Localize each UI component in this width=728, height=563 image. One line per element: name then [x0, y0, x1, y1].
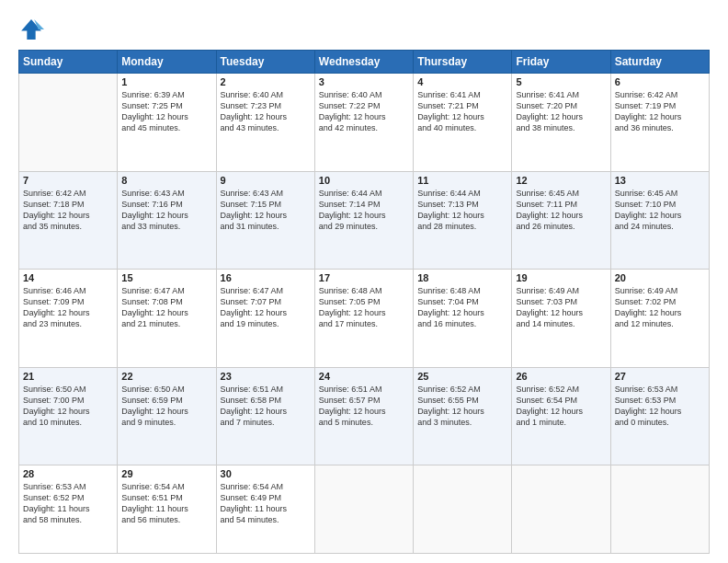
day-number: 21	[23, 371, 113, 382]
calendar-cell: 3Sunrise: 6:40 AM Sunset: 7:22 PM Daylig…	[314, 74, 413, 172]
cell-info: Sunrise: 6:46 AM Sunset: 7:09 PM Dayligh…	[23, 285, 113, 330]
cell-info: Sunrise: 6:40 AM Sunset: 7:22 PM Dayligh…	[319, 89, 409, 134]
weekday-header-monday: Monday	[118, 51, 216, 74]
calendar-cell: 15Sunrise: 6:47 AM Sunset: 7:08 PM Dayli…	[118, 270, 216, 368]
page: SundayMondayTuesdayWednesdayThursdayFrid…	[0, 0, 728, 563]
calendar-cell: 21Sunrise: 6:50 AM Sunset: 7:00 PM Dayli…	[19, 367, 118, 465]
calendar-cell: 8Sunrise: 6:43 AM Sunset: 7:16 PM Daylig…	[118, 171, 216, 270]
cell-info: Sunrise: 6:47 AM Sunset: 7:07 PM Dayligh…	[221, 285, 311, 330]
calendar-cell: 5Sunrise: 6:41 AM Sunset: 7:20 PM Daylig…	[512, 74, 610, 172]
calendar-cell: 26Sunrise: 6:52 AM Sunset: 6:54 PM Dayli…	[512, 367, 610, 465]
header	[18, 17, 710, 42]
calendar-cell: 7Sunrise: 6:42 AM Sunset: 7:18 PM Daylig…	[19, 171, 118, 270]
day-number: 30	[221, 468, 311, 479]
cell-info: Sunrise: 6:39 AM Sunset: 7:25 PM Dayligh…	[121, 89, 211, 134]
calendar-cell: 9Sunrise: 6:43 AM Sunset: 7:15 PM Daylig…	[216, 171, 314, 270]
day-number: 23	[221, 371, 311, 382]
cell-info: Sunrise: 6:42 AM Sunset: 7:19 PM Dayligh…	[615, 89, 705, 134]
calendar-cell: 24Sunrise: 6:51 AM Sunset: 6:57 PM Dayli…	[314, 367, 413, 465]
calendar-cell: 1Sunrise: 6:39 AM Sunset: 7:25 PM Daylig…	[118, 74, 216, 172]
day-number: 22	[121, 371, 211, 382]
calendar-cell: 30Sunrise: 6:54 AM Sunset: 6:49 PM Dayli…	[216, 465, 314, 554]
day-number: 24	[319, 371, 409, 382]
day-number: 16	[221, 272, 311, 283]
day-number: 1	[121, 76, 211, 87]
cell-info: Sunrise: 6:54 AM Sunset: 6:49 PM Dayligh…	[221, 481, 311, 526]
calendar-table: SundayMondayTuesdayWednesdayThursdayFrid…	[18, 50, 710, 554]
cell-info: Sunrise: 6:49 AM Sunset: 7:02 PM Dayligh…	[615, 285, 705, 330]
calendar-cell: 16Sunrise: 6:47 AM Sunset: 7:07 PM Dayli…	[216, 270, 314, 368]
calendar-cell: 23Sunrise: 6:51 AM Sunset: 6:58 PM Dayli…	[216, 367, 314, 465]
calendar-cell: 17Sunrise: 6:48 AM Sunset: 7:05 PM Dayli…	[314, 270, 413, 368]
day-number: 15	[121, 272, 211, 283]
calendar-week-row: 14Sunrise: 6:46 AM Sunset: 7:09 PM Dayli…	[19, 270, 710, 368]
calendar-cell: 18Sunrise: 6:48 AM Sunset: 7:04 PM Dayli…	[414, 270, 512, 368]
day-number: 2	[221, 76, 311, 87]
calendar-cell: 29Sunrise: 6:54 AM Sunset: 6:51 PM Dayli…	[118, 465, 216, 554]
day-number: 12	[516, 175, 606, 186]
calendar-cell	[19, 74, 118, 172]
cell-info: Sunrise: 6:53 AM Sunset: 6:53 PM Dayligh…	[615, 384, 705, 429]
day-number: 13	[615, 175, 705, 186]
cell-info: Sunrise: 6:52 AM Sunset: 6:55 PM Dayligh…	[417, 384, 507, 429]
calendar-week-row: 7Sunrise: 6:42 AM Sunset: 7:18 PM Daylig…	[19, 171, 710, 270]
calendar-cell: 20Sunrise: 6:49 AM Sunset: 7:02 PM Dayli…	[610, 270, 709, 368]
day-number: 11	[417, 175, 507, 186]
logo	[18, 17, 48, 42]
cell-info: Sunrise: 6:53 AM Sunset: 6:52 PM Dayligh…	[23, 481, 113, 526]
cell-info: Sunrise: 6:44 AM Sunset: 7:14 PM Dayligh…	[319, 188, 409, 233]
weekday-header-tuesday: Tuesday	[216, 51, 314, 74]
weekday-header-sunday: Sunday	[19, 51, 118, 74]
logo-icon	[18, 17, 44, 42]
calendar-cell: 14Sunrise: 6:46 AM Sunset: 7:09 PM Dayli…	[19, 270, 118, 368]
cell-info: Sunrise: 6:50 AM Sunset: 7:00 PM Dayligh…	[23, 384, 113, 429]
cell-info: Sunrise: 6:48 AM Sunset: 7:05 PM Dayligh…	[319, 285, 409, 330]
calendar-week-row: 28Sunrise: 6:53 AM Sunset: 6:52 PM Dayli…	[19, 465, 710, 554]
calendar-cell	[610, 465, 709, 554]
calendar-cell	[512, 465, 610, 554]
day-number: 8	[121, 175, 211, 186]
day-number: 18	[417, 272, 507, 283]
calendar-cell: 22Sunrise: 6:50 AM Sunset: 6:59 PM Dayli…	[118, 367, 216, 465]
calendar-cell: 4Sunrise: 6:41 AM Sunset: 7:21 PM Daylig…	[414, 74, 512, 172]
calendar-week-row: 1Sunrise: 6:39 AM Sunset: 7:25 PM Daylig…	[19, 74, 710, 172]
weekday-header-friday: Friday	[512, 51, 610, 74]
calendar-cell: 13Sunrise: 6:45 AM Sunset: 7:10 PM Dayli…	[610, 171, 709, 270]
weekday-header-row: SundayMondayTuesdayWednesdayThursdayFrid…	[19, 51, 710, 74]
cell-info: Sunrise: 6:41 AM Sunset: 7:21 PM Dayligh…	[417, 89, 507, 134]
day-number: 10	[319, 175, 409, 186]
day-number: 3	[319, 76, 409, 87]
calendar-cell: 19Sunrise: 6:49 AM Sunset: 7:03 PM Dayli…	[512, 270, 610, 368]
day-number: 25	[417, 371, 507, 382]
cell-info: Sunrise: 6:42 AM Sunset: 7:18 PM Dayligh…	[23, 188, 113, 233]
day-number: 5	[516, 76, 606, 87]
cell-info: Sunrise: 6:45 AM Sunset: 7:10 PM Dayligh…	[615, 188, 705, 233]
cell-info: Sunrise: 6:43 AM Sunset: 7:15 PM Dayligh…	[221, 188, 311, 233]
weekday-header-thursday: Thursday	[414, 51, 512, 74]
cell-info: Sunrise: 6:49 AM Sunset: 7:03 PM Dayligh…	[516, 285, 606, 330]
cell-info: Sunrise: 6:48 AM Sunset: 7:04 PM Dayligh…	[417, 285, 507, 330]
calendar-cell: 6Sunrise: 6:42 AM Sunset: 7:19 PM Daylig…	[610, 74, 709, 172]
day-number: 19	[516, 272, 606, 283]
calendar-week-row: 21Sunrise: 6:50 AM Sunset: 7:00 PM Dayli…	[19, 367, 710, 465]
calendar-cell	[314, 465, 413, 554]
cell-info: Sunrise: 6:40 AM Sunset: 7:23 PM Dayligh…	[221, 89, 311, 134]
cell-info: Sunrise: 6:51 AM Sunset: 6:58 PM Dayligh…	[221, 384, 311, 429]
day-number: 29	[121, 468, 211, 479]
day-number: 20	[615, 272, 705, 283]
cell-info: Sunrise: 6:52 AM Sunset: 6:54 PM Dayligh…	[516, 384, 606, 429]
day-number: 17	[319, 272, 409, 283]
calendar-cell: 10Sunrise: 6:44 AM Sunset: 7:14 PM Dayli…	[314, 171, 413, 270]
day-number: 6	[615, 76, 705, 87]
calendar-cell	[414, 465, 512, 554]
cell-info: Sunrise: 6:41 AM Sunset: 7:20 PM Dayligh…	[516, 89, 606, 134]
calendar-cell: 2Sunrise: 6:40 AM Sunset: 7:23 PM Daylig…	[216, 74, 314, 172]
day-number: 26	[516, 371, 606, 382]
cell-info: Sunrise: 6:45 AM Sunset: 7:11 PM Dayligh…	[516, 188, 606, 233]
cell-info: Sunrise: 6:54 AM Sunset: 6:51 PM Dayligh…	[121, 481, 211, 526]
day-number: 4	[417, 76, 507, 87]
weekday-header-wednesday: Wednesday	[314, 51, 413, 74]
day-number: 28	[23, 468, 113, 479]
day-number: 7	[23, 175, 113, 186]
day-number: 14	[23, 272, 113, 283]
